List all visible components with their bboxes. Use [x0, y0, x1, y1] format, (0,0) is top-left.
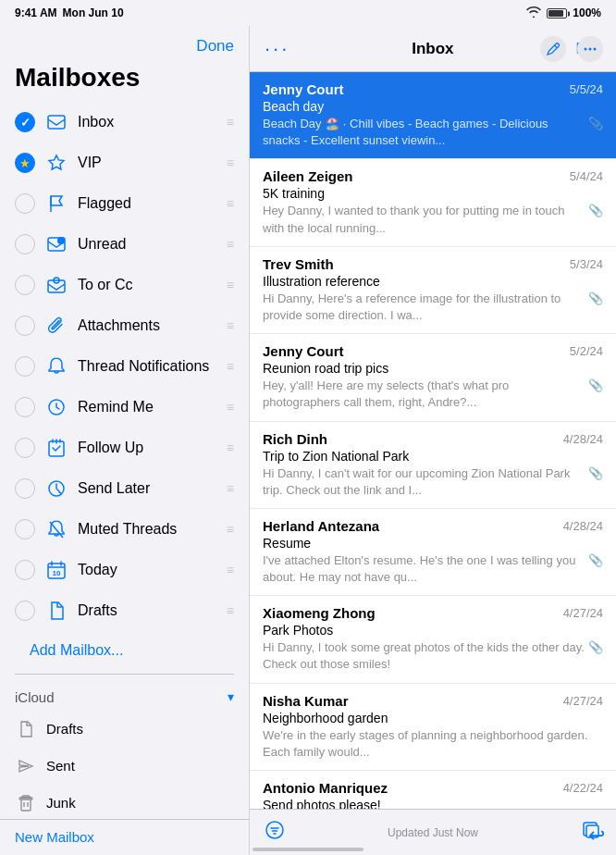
sidebar-item-unread[interactable]: Unread ≡: [0, 224, 249, 265]
email-item-aileen-zeigen[interactable]: Aileen Zeigen 5/4/24 5K training Hey Dan…: [250, 159, 616, 246]
sidebar-item-today[interactable]: 10 Today ≡: [0, 550, 249, 590]
email-date: 5/5/24: [570, 82, 603, 96]
toorcc-label: To or Cc: [78, 277, 217, 293]
reply-icon-area: ↩: [588, 824, 605, 848]
attachment-icon: 📎: [588, 640, 603, 654]
sidebar-item-drafts[interactable]: Drafts ≡: [0, 590, 249, 631]
email-sender: Nisha Kumar: [263, 693, 349, 709]
email-subject: Illustration reference: [263, 274, 603, 289]
sidebar-header: Done: [0, 26, 249, 63]
svg-point-24: [589, 48, 592, 51]
email-item-rich-dinh[interactable]: Rich Dinh 4/28/24 Trip to Zion National …: [250, 422, 616, 509]
flagged-check: [15, 193, 35, 214]
email-item-herland-antezana[interactable]: Herland Antezana 4/28/24 Resume I've att…: [250, 509, 616, 596]
attachment-icon: 📎: [588, 553, 603, 567]
drafts-icon: [44, 599, 68, 623]
icloud-chevron-icon: ▾: [228, 689, 234, 704]
today-label: Today: [78, 562, 217, 578]
filter-icon[interactable]: [265, 820, 285, 845]
svg-point-23: [585, 48, 587, 51]
icloud-section: iCloud ▾ Drafts: [0, 678, 249, 820]
email-sender: Jenny Court: [263, 81, 344, 97]
remindme-reorder-icon: ≡: [227, 400, 234, 415]
today-reorder-icon: ≡: [227, 563, 234, 577]
drafts-label: Drafts: [78, 602, 217, 619]
threadnotif-icon: [44, 354, 68, 378]
remindme-icon: [44, 395, 68, 419]
email-item-antonio-manriquez[interactable]: Antonio Manriquez 4/22/24 Send photos pl…: [250, 771, 616, 809]
today-icon: 10: [44, 558, 68, 582]
icloud-junk-item[interactable]: Junk: [15, 785, 234, 820]
sidebar-item-toorcc[interactable]: To or Cc ≡: [0, 265, 249, 305]
add-mailbox-button[interactable]: Add Mailbox...: [15, 635, 138, 666]
sidebar-item-threadnotif[interactable]: Thread Notifications ≡: [0, 346, 249, 387]
icloud-label: iCloud: [15, 689, 55, 705]
bottom-center: Updated Just Now: [388, 826, 478, 839]
email-sender: Jenny Court: [263, 343, 344, 359]
email-sender: Rich Dinh: [263, 431, 327, 447]
email-date: 4/22/24: [563, 781, 603, 795]
bottom-left: [265, 820, 285, 845]
svg-point-25: [594, 48, 597, 51]
email-item-trev-smith[interactable]: Trev Smith 5/3/24 Illustration reference…: [250, 247, 616, 334]
email-sender: Aileen Zeigen: [263, 168, 353, 184]
attachments-reorder-icon: ≡: [227, 318, 234, 333]
email-date: 5/3/24: [570, 257, 603, 271]
status-bar: 9:41 AM Mon Jun 10 100%: [0, 0, 616, 26]
email-preview: Hey Danny, I wanted to thank you for put…: [263, 203, 585, 236]
email-list: Jenny Court 5/5/24 Beach day Beach Day 🏖…: [250, 72, 616, 809]
attachments-icon: [44, 314, 68, 338]
sidebar-item-vip[interactable]: ★ VIP ≡: [0, 142, 249, 183]
more-options-icon[interactable]: ···: [265, 37, 290, 61]
sidebar-item-inbox[interactable]: ✓ Inbox ≡: [0, 102, 249, 142]
icloud-drafts-item[interactable]: Drafts: [15, 711, 234, 748]
email-item-jenny-court-beach[interactable]: Jenny Court 5/5/24 Beach day Beach Day 🏖…: [250, 72, 616, 159]
icloud-header[interactable]: iCloud ▾: [15, 686, 234, 709]
sidebar-item-mutedthreads[interactable]: Muted Threads ≡: [0, 509, 249, 550]
flagged-icon: [44, 192, 68, 216]
sidebar-item-remindme[interactable]: Remind Me ≡: [0, 387, 249, 428]
sidebar-item-flagged[interactable]: Flagged ≡: [0, 183, 249, 224]
svg-rect-0: [48, 116, 65, 129]
sidebar-item-attachments[interactable]: Attachments ≡: [0, 305, 249, 346]
compose-icon[interactable]: [540, 36, 566, 62]
email-item-jenny-court-reunion[interactable]: Jenny Court 5/2/24 Reunion road trip pic…: [250, 334, 616, 421]
icloud-sent-item[interactable]: Sent: [15, 748, 234, 785]
sidebar-item-sendlater[interactable]: Send Later ≡: [0, 468, 249, 509]
threadnotif-check: [15, 356, 35, 377]
unread-icon: [44, 232, 68, 256]
attachment-icon: 📎: [588, 378, 603, 392]
top-right-actions: [540, 26, 616, 72]
email-preview: Hi Danny, Here's a reference image for t…: [263, 291, 585, 324]
email-item-nisha-kumar[interactable]: Nisha Kumar 4/27/24 Neighborhood garden …: [250, 684, 616, 771]
mutedthreads-label: Muted Threads: [78, 521, 217, 538]
sidebar-divider: [15, 674, 234, 675]
svg-text:10: 10: [53, 569, 61, 577]
email-subject: 5K training: [263, 186, 603, 201]
today-check: [15, 560, 35, 580]
icloud-sent-icon: [15, 755, 37, 777]
followup-reorder-icon: ≡: [227, 440, 234, 455]
drafts-check: [15, 601, 35, 621]
threadnotif-reorder-icon: ≡: [227, 359, 234, 374]
toorcc-icon: [44, 273, 68, 297]
inbox-label: Inbox: [78, 114, 217, 130]
more-dots-icon[interactable]: [577, 36, 603, 62]
reply-icon[interactable]: ↩: [588, 824, 605, 847]
email-subject: Reunion road trip pics: [263, 361, 603, 376]
email-subject: Send photos please!: [263, 798, 603, 809]
app-container: Done Mailboxes ✓ Inbox: [0, 26, 616, 855]
email-item-xiaomeng-zhong[interactable]: Xiaomeng Zhong 4/27/24 Park Photos Hi Da…: [250, 596, 616, 683]
email-sender: Herland Antezana: [263, 518, 379, 534]
unread-reorder-icon: ≡: [227, 237, 234, 252]
inbox-reorder-icon: ≡: [227, 115, 234, 130]
email-sender: Xiaomeng Zhong: [263, 605, 376, 621]
sendlater-label: Send Later: [78, 480, 217, 497]
svg-line-22: [555, 45, 558, 48]
toorcc-check: [15, 275, 35, 295]
new-mailbox-button[interactable]: New Mailbox: [15, 829, 94, 845]
done-button[interactable]: Done: [196, 37, 234, 56]
icloud-items: Drafts Sent: [15, 709, 234, 820]
sidebar-item-followup[interactable]: Follow Up ≡: [0, 428, 249, 468]
vip-icon: [44, 151, 68, 175]
